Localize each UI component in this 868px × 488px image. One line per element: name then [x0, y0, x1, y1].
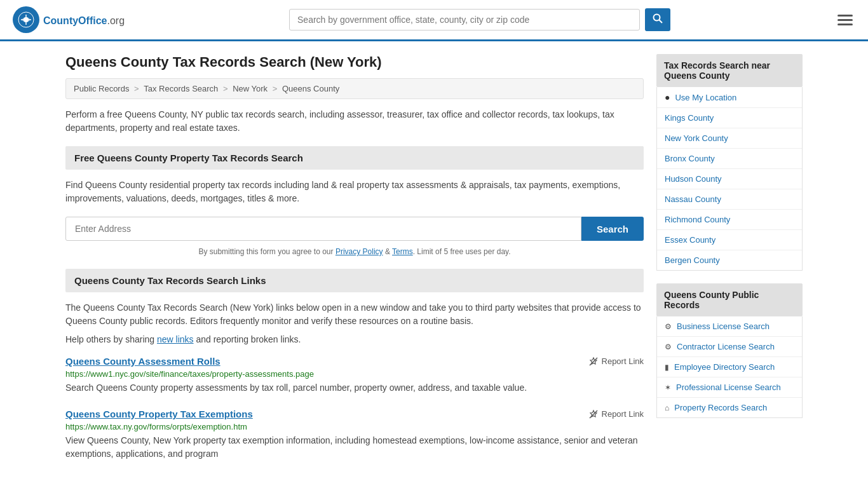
bergen-county-link[interactable]: Bergen County: [665, 255, 720, 265]
svg-line-3: [660, 20, 663, 24]
terms-link[interactable]: Terms: [392, 247, 413, 256]
report-icon-1: [588, 409, 599, 419]
essex-county-link[interactable]: Essex County: [665, 235, 715, 245]
house-icon-property: ⌂: [665, 403, 669, 412]
nearby-list: ● Use My Location Kings County New York …: [656, 87, 803, 271]
privacy-policy-link[interactable]: Privacy Policy: [336, 247, 383, 256]
public-records-section: Queens County Public Records ⚙ Business …: [656, 283, 803, 418]
sidebar-item-employee-directory[interactable]: ▮ Employee Directory Search: [657, 357, 802, 377]
sidebar-item-bronx[interactable]: Bronx County: [657, 149, 802, 169]
link-item-assessment-rolls: Queens County Assessment Rolls Report Li…: [65, 356, 644, 395]
hudson-county-link[interactable]: Hudson County: [665, 174, 722, 184]
richmond-county-link[interactable]: Richmond County: [665, 215, 730, 224]
main-container: Queens County Tax Records Search (New Yo…: [53, 41, 815, 487]
employee-directory-search-link[interactable]: Employee Directory Search: [674, 362, 775, 372]
svg-point-1: [24, 17, 29, 22]
business-license-search-link[interactable]: Business License Search: [677, 322, 770, 331]
breadcrumb-tax-records-search[interactable]: Tax Records Search: [144, 84, 218, 93]
header-search-button[interactable]: [645, 8, 670, 31]
assessment-rolls-link[interactable]: Queens County Assessment Rolls: [65, 356, 220, 367]
book-icon-employee: ▮: [665, 363, 669, 372]
property-search-description: Find Queens County residential property …: [65, 179, 644, 205]
header-search-input[interactable]: [289, 9, 640, 30]
sidebar-item-property-records[interactable]: ⌂ Property Records Search: [657, 398, 802, 417]
links-section-description: The Queens County Tax Records Search (Ne…: [65, 301, 644, 328]
report-icon: [588, 356, 599, 367]
gear-icon-business: ⚙: [665, 322, 672, 331]
links-section-heading: Queens County Tax Records Search Links: [65, 269, 644, 292]
sidebar-item-professional-license[interactable]: ✶ Professional License Search: [657, 377, 802, 398]
sidebar-item-essex[interactable]: Essex County: [657, 230, 802, 250]
page-title: Queens County Tax Records Search (New Yo…: [65, 54, 644, 71]
report-link-button-0[interactable]: Report Link: [588, 356, 644, 367]
logo-text: CountyOffice.org: [43, 13, 125, 27]
link-desc-1: View Queens County, New York property ta…: [65, 434, 644, 461]
logo-icon: [13, 6, 39, 33]
link-item-tax-exemptions: Queens County Property Tax Exemptions Re…: [65, 409, 644, 461]
sidebar-item-richmond[interactable]: Richmond County: [657, 210, 802, 230]
location-icon: ●: [665, 92, 670, 102]
sidebar-item-nassau[interactable]: Nassau County: [657, 189, 802, 210]
public-records-list: ⚙ Business License Search ⚙ Contractor L…: [656, 316, 803, 418]
property-records-search-link[interactable]: Property Records Search: [674, 403, 767, 412]
sidebar: Tax Records Search near Queens County ● …: [656, 54, 803, 475]
sidebar-item-bergen[interactable]: Bergen County: [657, 250, 802, 270]
sidebar-item-business-license[interactable]: ⚙ Business License Search: [657, 316, 802, 337]
svg-line-4: [590, 358, 597, 365]
kings-county-link[interactable]: Kings County: [665, 113, 714, 123]
site-header: CountyOffice.org: [0, 0, 868, 41]
svg-line-5: [590, 410, 597, 418]
hamburger-menu-button[interactable]: [835, 12, 855, 28]
nearby-heading: Tax Records Search near Queens County: [656, 54, 803, 87]
nearby-section: Tax Records Search near Queens County ● …: [656, 54, 803, 271]
link-url-0: https://www1.nyc.gov/site/finance/taxes/…: [65, 369, 644, 379]
link-item-header-1: Queens County Property Tax Exemptions Re…: [65, 409, 644, 419]
new-links-link[interactable]: new links: [157, 334, 194, 344]
sidebar-item-kings[interactable]: Kings County: [657, 108, 802, 128]
hamburger-line: [837, 24, 853, 25]
breadcrumb-new-york[interactable]: New York: [233, 84, 268, 93]
address-search-area: Search: [65, 217, 644, 241]
public-records-heading: Queens County Public Records: [656, 283, 803, 316]
breadcrumb-queens-county[interactable]: Queens County: [282, 84, 339, 93]
link-desc-0: Search Queens County property assessment…: [65, 381, 644, 395]
link-item-header: Queens County Assessment Rolls Report Li…: [65, 356, 644, 367]
property-search-heading: Free Queens County Property Tax Records …: [65, 146, 644, 170]
use-my-location-link[interactable]: Use My Location: [675, 93, 736, 102]
content-area: Queens County Tax Records Search (New Yo…: [65, 54, 644, 475]
report-link-button-1[interactable]: Report Link: [588, 409, 644, 419]
professional-license-search-link[interactable]: Professional License Search: [676, 383, 781, 392]
use-my-location-item[interactable]: ● Use My Location: [657, 87, 802, 108]
tax-exemptions-link[interactable]: Queens County Property Tax Exemptions: [65, 409, 253, 419]
hamburger-line: [837, 15, 853, 17]
property-search-button[interactable]: Search: [581, 217, 644, 241]
svg-point-2: [654, 15, 660, 21]
nassau-county-link[interactable]: Nassau County: [665, 194, 721, 204]
header-search-area: [289, 8, 670, 31]
breadcrumb-public-records[interactable]: Public Records: [74, 84, 129, 93]
sidebar-item-new-york[interactable]: New York County: [657, 128, 802, 149]
sidebar-item-contractor-license[interactable]: ⚙ Contractor License Search: [657, 337, 802, 357]
link-url-1: https://www.tax.ny.gov/forms/orpts/exemp…: [65, 422, 644, 431]
form-disclaimer: By submitting this form you agree to our…: [65, 247, 644, 256]
sidebar-item-hudson[interactable]: Hudson County: [657, 169, 802, 189]
share-text: Help others by sharing new links and rep…: [65, 334, 644, 344]
address-input[interactable]: [65, 217, 581, 241]
hamburger-line: [837, 19, 853, 21]
report-link-label-1: Report Link: [602, 409, 644, 419]
gear-icon-contractor: ⚙: [665, 342, 672, 351]
contractor-license-search-link[interactable]: Contractor License Search: [677, 342, 775, 351]
report-link-label: Report Link: [602, 356, 644, 366]
breadcrumb: Public Records > Tax Records Search > Ne…: [65, 78, 644, 99]
page-description: Perform a free Queens County, NY public …: [65, 108, 644, 135]
star-icon-professional: ✶: [665, 383, 671, 392]
logo-area: CountyOffice.org: [13, 6, 125, 33]
bronx-county-link[interactable]: Bronx County: [665, 154, 715, 163]
new-york-county-link[interactable]: New York County: [665, 133, 728, 143]
